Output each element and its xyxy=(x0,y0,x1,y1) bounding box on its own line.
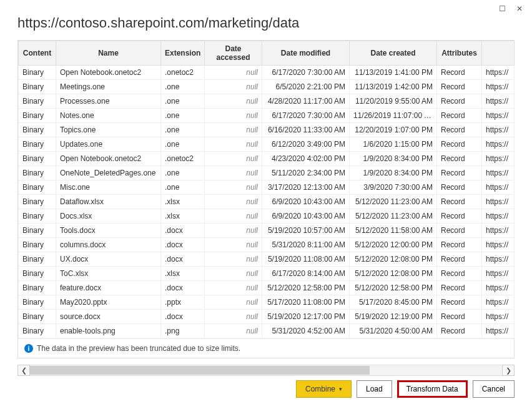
scroll-right-button[interactable]: ❯ xyxy=(502,365,515,376)
cell-ext: .one xyxy=(161,123,205,137)
table-row[interactable]: Binarysource.docx.docxnull5/19/2020 12:1… xyxy=(19,310,515,324)
cell-path: https:// xyxy=(482,295,515,310)
cell-content: Binary xyxy=(19,109,56,123)
table-row[interactable]: Binaryfeature.docx.docxnull5/12/2020 12:… xyxy=(19,281,515,295)
table-row[interactable]: BinaryOpen Notebook.onetoc2.onetoc2null4… xyxy=(19,152,515,166)
cell-modified: 5/11/2020 2:34:00 PM xyxy=(262,166,350,180)
cell-content: Binary xyxy=(19,224,56,238)
table-row[interactable]: BinaryUpdates.one.onenull6/12/2020 3:49:… xyxy=(19,137,515,152)
cell-modified: 5/17/2020 11:08:00 PM xyxy=(262,295,350,310)
table-row[interactable]: BinaryDocs.xlsx.xlsxnull6/9/2020 10:43:0… xyxy=(19,209,515,224)
cell-content: Binary xyxy=(19,324,56,338)
table-row[interactable]: BinaryMay2020.pptx.pptxnull5/17/2020 11:… xyxy=(19,295,515,310)
cell-name: Meetings.one xyxy=(56,80,161,94)
cell-modified: 6/16/2020 11:33:00 AM xyxy=(262,123,350,137)
cell-name: columns.docx xyxy=(56,238,161,252)
cell-modified: 5/31/2020 8:11:00 AM xyxy=(262,238,350,252)
cell-content: Binary xyxy=(19,66,56,80)
cell-attr: Record xyxy=(437,209,482,224)
cell-created: 5/31/2020 4:50:00 AM xyxy=(350,324,437,338)
cell-attr: Record xyxy=(437,310,482,324)
table-row[interactable]: BinaryProcesses.one.onenull4/28/2020 11:… xyxy=(19,94,515,109)
table-row[interactable]: BinaryMeetings.one.onenull6/5/2020 2:21:… xyxy=(19,80,515,94)
cell-attr: Record xyxy=(437,80,482,94)
cell-content: Binary xyxy=(19,80,56,94)
table-row[interactable]: BinaryTopics.one.onenull6/16/2020 11:33:… xyxy=(19,123,515,137)
cell-ext: .one xyxy=(161,94,205,109)
cell-attr: Record xyxy=(437,180,482,195)
table-row[interactable]: Binarycolumns.docx.docxnull5/31/2020 8:1… xyxy=(19,238,515,252)
table-row[interactable]: BinaryUX.docx.docxnull5/19/2020 11:08:00… xyxy=(19,252,515,267)
cell-name: enable-tools.png xyxy=(56,324,161,338)
transform-data-button[interactable]: Transform Data xyxy=(397,380,468,398)
horizontal-scrollbar[interactable]: ❮ ❯ xyxy=(17,363,515,377)
cell-ext: .xlsx xyxy=(161,267,205,281)
col-attributes[interactable]: Attributes xyxy=(437,41,482,66)
cell-attr: Record xyxy=(437,238,482,252)
scroll-thumb[interactable] xyxy=(30,366,370,375)
cell-modified: 5/19/2020 11:08:00 AM xyxy=(262,252,350,267)
col-date-created[interactable]: Date created xyxy=(350,41,437,66)
cell-accessed: null xyxy=(205,123,262,137)
cell-name: Open Notebook.onetoc2 xyxy=(56,66,161,80)
cell-path: https:// xyxy=(482,166,515,180)
cancel-button[interactable]: Cancel xyxy=(473,380,515,398)
col-date-modified[interactable]: Date modified xyxy=(262,41,350,66)
table-row[interactable]: BinaryMisc.one.onenull3/17/2020 12:13:00… xyxy=(19,180,515,195)
cell-path: https:// xyxy=(482,209,515,224)
cell-accessed: null xyxy=(205,66,262,80)
col-extension[interactable]: Extension xyxy=(161,41,205,66)
cell-accessed: null xyxy=(205,267,262,281)
table-row[interactable]: Binaryenable-tools.png.pngnull5/31/2020 … xyxy=(19,324,515,338)
cell-ext: .one xyxy=(161,180,205,195)
cell-created: 1/6/2020 1:15:00 PM xyxy=(350,137,437,152)
col-name[interactable]: Name xyxy=(56,41,161,66)
cell-path: https:// xyxy=(482,252,515,267)
cell-path: https:// xyxy=(482,109,515,123)
cell-ext: .docx xyxy=(161,252,205,267)
cell-attr: Record xyxy=(437,224,482,238)
table-row[interactable]: BinaryTools.docx.docxnull5/19/2020 10:57… xyxy=(19,224,515,238)
cell-path: https:// xyxy=(482,123,515,137)
cell-content: Binary xyxy=(19,281,56,295)
cell-created: 1/9/2020 8:34:00 PM xyxy=(350,152,437,166)
cell-created: 5/12/2020 12:08:00 PM xyxy=(350,252,437,267)
cell-attr: Record xyxy=(437,152,482,166)
cell-created: 5/12/2020 12:00:00 PM xyxy=(350,238,437,252)
scroll-left-button[interactable]: ❮ xyxy=(17,365,30,376)
table-row[interactable]: BinaryDataflow.xlsx.xlsxnull6/9/2020 10:… xyxy=(19,195,515,209)
col-date-accessed[interactable]: Date accessed xyxy=(205,41,262,66)
table-row[interactable]: BinaryNotes.one.onenull6/17/2020 7:30:00… xyxy=(19,109,515,123)
cell-attr: Record xyxy=(437,94,482,109)
cell-modified: 5/12/2020 12:58:00 PM xyxy=(262,281,350,295)
info-text: The data in the preview has been truncat… xyxy=(37,344,240,353)
cell-attr: Record xyxy=(437,324,482,338)
col-path[interactable] xyxy=(482,41,515,66)
table-row[interactable]: BinaryOneNote_DeletedPages.one.onenull5/… xyxy=(19,166,515,180)
cell-accessed: null xyxy=(205,310,262,324)
table-row[interactable]: BinaryOpen Notebook.onetoc2.onetoc2null6… xyxy=(19,66,515,80)
cell-modified: 6/9/2020 10:43:00 AM xyxy=(262,195,350,209)
cell-created: 5/17/2020 8:45:00 PM xyxy=(350,295,437,310)
cell-created: 11/26/2019 11:07:00 AM xyxy=(350,109,437,123)
cell-attr: Record xyxy=(437,66,482,80)
window-close-button[interactable]: ✕ xyxy=(511,1,528,16)
combine-button[interactable]: Combine ▾ xyxy=(296,380,352,398)
cell-path: https:// xyxy=(482,224,515,238)
cell-ext: .docx xyxy=(161,310,205,324)
cell-ext: .png xyxy=(161,324,205,338)
cell-name: ToC.xlsx xyxy=(56,267,161,281)
load-button[interactable]: Load xyxy=(357,380,392,398)
cell-created: 5/12/2020 11:23:00 AM xyxy=(350,195,437,209)
scroll-track[interactable] xyxy=(30,365,502,376)
cell-attr: Record xyxy=(437,281,482,295)
col-content[interactable]: Content xyxy=(19,41,56,66)
cell-name: feature.docx xyxy=(56,281,161,295)
cell-ext: .docx xyxy=(161,281,205,295)
cell-path: https:// xyxy=(482,180,515,195)
table-row[interactable]: BinaryToC.xlsx.xlsxnull6/17/2020 8:14:00… xyxy=(19,267,515,281)
cell-name: Open Notebook.onetoc2 xyxy=(56,152,161,166)
cell-created: 3/9/2020 7:30:00 AM xyxy=(350,180,437,195)
window-maximize-button[interactable]: ☐ xyxy=(493,1,511,16)
cell-ext: .docx xyxy=(161,238,205,252)
